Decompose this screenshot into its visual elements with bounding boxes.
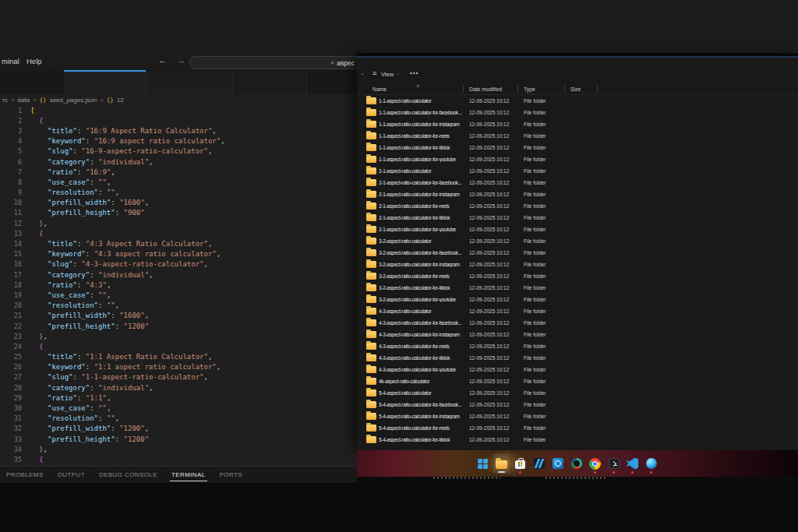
file-row[interactable]: 2-1-aspect-ratio-calculator-for-facebook… bbox=[357, 177, 798, 188]
file-row[interactable]: 3-2-aspect-ratio-calculator-for-youtube1… bbox=[357, 294, 798, 305]
code-line[interactable]: 27"slug": "1-1-aspect-ratio-calculator", bbox=[0, 372, 357, 382]
code-line[interactable]: 6"category": "individual", bbox=[0, 157, 357, 167]
column-divider[interactable] bbox=[463, 85, 464, 93]
file-row[interactable]: 4-3-aspect-ratio-calculator-for-facebook… bbox=[357, 317, 798, 329]
code-line[interactable]: 12}, bbox=[0, 218, 357, 228]
code-line[interactable]: 3"title": "16:9 Aspect Ratio Calculator"… bbox=[0, 125, 357, 136]
file-name[interactable]: 3-2-aspect-ratio-calculator-for-instagra… bbox=[379, 262, 471, 267]
file-name[interactable]: 3-2-aspect-ratio-calculator-for-facebook… bbox=[379, 250, 471, 255]
column-header-date[interactable]: Date modified bbox=[469, 86, 502, 92]
code-line[interactable]: 30"use_case": "", bbox=[0, 403, 357, 413]
file-row[interactable]: 4-3-aspect-ratio-calculator-for-reels12-… bbox=[357, 340, 798, 352]
file-name[interactable]: 3-2-aspect-ratio-calculator-for-tiktok bbox=[379, 285, 471, 291]
vscode-icon[interactable] bbox=[624, 453, 641, 474]
column-header-type[interactable]: Type bbox=[524, 86, 535, 92]
editor-tab[interactable] bbox=[146, 72, 233, 94]
file-row[interactable]: 2-1-aspect-ratio-calculator12-09-2025 10… bbox=[357, 165, 798, 177]
panel-tab-ports[interactable]: PORTS bbox=[218, 469, 244, 481]
file-name[interactable]: 2-1-aspect-ratio-calculator-for-youtube bbox=[379, 227, 471, 232]
file-name[interactable]: 5-4-aspect-ratio-calculator bbox=[379, 390, 471, 396]
copilot-icon[interactable] bbox=[643, 453, 659, 474]
file-name[interactable]: 4-3-aspect-ratio-calculator-for-instagra… bbox=[379, 332, 471, 337]
file-name[interactable]: 3-2-aspect-ratio-calculator-for-reels bbox=[379, 273, 471, 279]
file-name[interactable]: 1-1-aspect-ratio-calculator-for-youtube bbox=[379, 157, 471, 162]
search-input-text[interactable]: aspec bbox=[337, 59, 355, 67]
file-name[interactable]: 2-1-aspect-ratio-calculator-for-instagra… bbox=[379, 192, 471, 197]
microsoft-store-icon[interactable] bbox=[512, 453, 528, 474]
back-arrow-icon[interactable]: ← bbox=[158, 55, 167, 65]
file-row[interactable]: 5-4-aspect-ratio-calculator-for-tiktok12… bbox=[357, 434, 798, 446]
file-row[interactable]: 2-1-aspect-ratio-calculator-for-instagra… bbox=[357, 188, 798, 200]
file-row[interactable]: 3-2-aspect-ratio-calculator-for-reels12-… bbox=[357, 270, 798, 282]
file-name[interactable]: 4k-aspect-ratio-calculator bbox=[379, 379, 471, 384]
column-divider[interactable] bbox=[564, 85, 565, 93]
file-row[interactable]: 4-3-aspect-ratio-calculator-for-tiktok12… bbox=[357, 352, 798, 364]
code-line[interactable]: 13{ bbox=[0, 228, 357, 238]
outlook-icon[interactable] bbox=[549, 453, 566, 474]
file-name[interactable]: 5-4-aspect-ratio-calculator-for-tiktok bbox=[379, 437, 471, 442]
file-row[interactable]: 5-4-aspect-ratio-calculator-for-facebook… bbox=[357, 399, 798, 410]
menu-item-help[interactable]: Help bbox=[26, 57, 42, 65]
code-line[interactable]: 9"resolution": "", bbox=[0, 188, 357, 198]
menu-item-terminal[interactable]: minal bbox=[2, 57, 19, 65]
code-line[interactable]: 33"prefill_height": "1200" bbox=[0, 434, 357, 444]
file-name[interactable]: 1-1-aspect-ratio-calculator-for-reels bbox=[379, 133, 471, 139]
chevron-down-icon[interactable]: ⌄ bbox=[360, 70, 365, 76]
file-row[interactable]: 2-1-aspect-ratio-calculator-for-tiktok12… bbox=[357, 212, 798, 224]
code-line[interactable]: 35{ bbox=[0, 454, 357, 464]
view-button[interactable]: View bbox=[381, 71, 394, 78]
file-row[interactable]: 3-2-aspect-ratio-calculator-for-tiktok12… bbox=[357, 282, 798, 294]
code-line[interactable]: 28"category": "individual", bbox=[0, 382, 357, 393]
file-row[interactable]: 1-1-aspect-ratio-calculator-for-tiktok12… bbox=[357, 142, 798, 153]
code-line[interactable]: 26"keyword": "1:1 aspect ratio calculato… bbox=[0, 362, 357, 372]
file-row[interactable]: 1-1-aspect-ratio-calculator-for-youtube1… bbox=[357, 153, 798, 165]
panel-tab-terminal[interactable]: TERMINAL bbox=[170, 469, 207, 481]
code-line[interactable]: 2{ bbox=[0, 115, 357, 125]
breadcrumb-item[interactable]: data bbox=[17, 97, 30, 104]
file-name[interactable]: 3-2-aspect-ratio-calculator bbox=[379, 238, 471, 244]
breadcrumb-item[interactable]: rc bbox=[2, 97, 8, 104]
file-row[interactable]: 3-2-aspect-ratio-calculator-for-facebook… bbox=[357, 247, 798, 259]
file-row[interactable]: 1-1-aspect-ratio-calculator-for-facebook… bbox=[357, 107, 798, 118]
code-line[interactable]: 7"ratio": "16:9", bbox=[0, 167, 357, 177]
code-line[interactable]: 23}, bbox=[0, 331, 357, 341]
file-row[interactable]: 3-2-aspect-ratio-calculator12-09-2025 10… bbox=[357, 235, 798, 247]
code-line[interactable]: 8"use_case": "", bbox=[0, 177, 357, 187]
editor-tab[interactable] bbox=[233, 72, 307, 94]
file-name[interactable]: 5-4-aspect-ratio-calculator-for-facebook… bbox=[379, 402, 471, 407]
code-line[interactable]: 22"prefill_height": "1200" bbox=[0, 321, 357, 331]
file-name[interactable]: 4-3-aspect-ratio-calculator-for-facebook… bbox=[379, 320, 471, 326]
code-line[interactable]: 15"keyword": "4:3 aspect ratio calculato… bbox=[0, 249, 357, 259]
file-name[interactable]: 2-1-aspect-ratio-calculator-for-tiktok bbox=[379, 215, 471, 220]
code-line[interactable]: 14"title": "4:3 Aspect Ratio Calculator"… bbox=[0, 238, 357, 248]
file-row[interactable]: 3-2-aspect-ratio-calculator-for-instagra… bbox=[357, 259, 798, 270]
code-line[interactable]: 4"keyword": "16:9 aspect ratio calculato… bbox=[0, 136, 357, 146]
file-row[interactable]: 4-3-aspect-ratio-calculator-for-youtube1… bbox=[357, 364, 798, 375]
file-name[interactable]: 5-4-aspect-ratio-calculator-for-reels bbox=[379, 425, 471, 431]
command-center-search[interactable]: ⌕ aspec bbox=[189, 56, 365, 69]
file-name[interactable]: 3-2-aspect-ratio-calculator-for-youtube bbox=[379, 297, 471, 302]
file-row[interactable]: 1-1-aspect-ratio-calculator12-09-2025 10… bbox=[357, 95, 798, 107]
ring-app-icon[interactable] bbox=[568, 453, 584, 474]
code-line[interactable]: 34}, bbox=[0, 444, 357, 454]
file-row[interactable]: 5-4-aspect-ratio-calculator12-09-2025 10… bbox=[357, 387, 798, 399]
file-name[interactable]: 1-1-aspect-ratio-calculator-for-facebook… bbox=[379, 110, 471, 115]
code-editor[interactable]: 1[2{3"title": "16:9 Aspect Ratio Calcula… bbox=[0, 105, 357, 466]
file-name[interactable]: 2-1-aspect-ratio-calculator bbox=[379, 168, 471, 174]
code-line[interactable]: 11"prefill_height": "900" bbox=[0, 208, 357, 218]
code-line[interactable]: 21"prefill_width": "1600", bbox=[0, 311, 357, 321]
file-name[interactable]: 4-3-aspect-ratio-calculator-for-youtube bbox=[379, 367, 471, 372]
active-editor-tab[interactable] bbox=[64, 70, 146, 94]
panel-tab-debug-console[interactable]: DEBUG CONSOLE bbox=[97, 469, 159, 481]
file-name[interactable]: 2-1-aspect-ratio-calculator-for-facebook… bbox=[379, 180, 471, 185]
code-line[interactable]: 32"prefill_width": "1200", bbox=[0, 424, 357, 434]
code-line[interactable]: 1[ bbox=[0, 105, 357, 115]
file-row[interactable]: 2-1-aspect-ratio-calculator-for-youtube1… bbox=[357, 224, 798, 235]
code-line[interactable]: 31"resolution": "", bbox=[0, 414, 357, 424]
code-line[interactable]: 5"slug": "16-9-aspect-ratio-calculator", bbox=[0, 146, 357, 157]
column-divider[interactable] bbox=[517, 85, 518, 93]
column-header-name[interactable]: Name bbox=[373, 86, 387, 92]
column-header-size[interactable]: Size bbox=[570, 86, 581, 92]
breadcrumb-item[interactable]: seed_pages.json bbox=[50, 97, 97, 104]
file-row[interactable]: 2-1-aspect-ratio-calculator-for-reels12-… bbox=[357, 200, 798, 212]
